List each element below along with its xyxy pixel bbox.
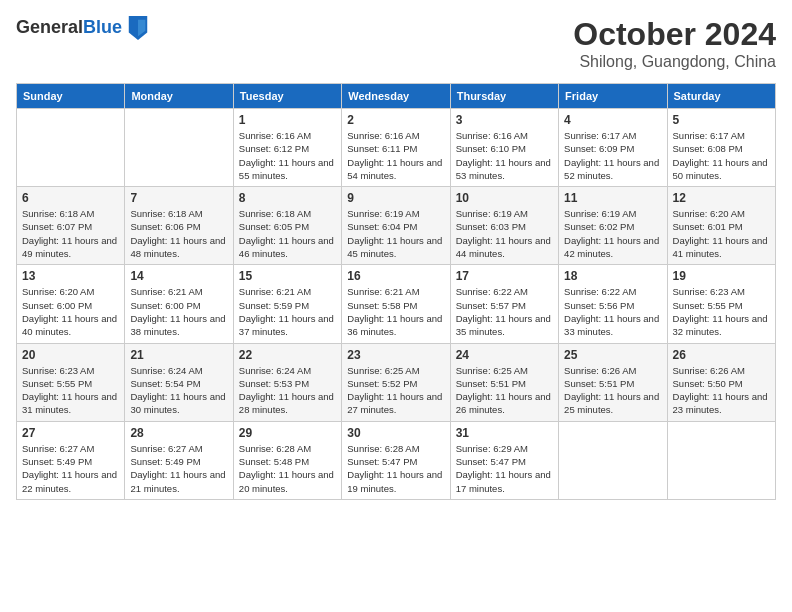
day-number: 26 (673, 348, 770, 362)
calendar-header-row: SundayMondayTuesdayWednesdayThursdayFrid… (17, 84, 776, 109)
page-header: GeneralBlue October 2024 Shilong, Guangd… (16, 16, 776, 71)
day-number: 9 (347, 191, 444, 205)
day-info: Sunrise: 6:19 AMSunset: 6:03 PMDaylight:… (456, 207, 553, 260)
calendar-cell: 10Sunrise: 6:19 AMSunset: 6:03 PMDayligh… (450, 187, 558, 265)
calendar-cell: 18Sunrise: 6:22 AMSunset: 5:56 PMDayligh… (559, 265, 667, 343)
calendar-cell: 26Sunrise: 6:26 AMSunset: 5:50 PMDayligh… (667, 343, 775, 421)
day-number: 29 (239, 426, 336, 440)
calendar-cell: 21Sunrise: 6:24 AMSunset: 5:54 PMDayligh… (125, 343, 233, 421)
calendar-cell (125, 109, 233, 187)
day-info: Sunrise: 6:18 AMSunset: 6:05 PMDaylight:… (239, 207, 336, 260)
column-header-thursday: Thursday (450, 84, 558, 109)
calendar-cell: 12Sunrise: 6:20 AMSunset: 6:01 PMDayligh… (667, 187, 775, 265)
day-number: 12 (673, 191, 770, 205)
day-info: Sunrise: 6:17 AMSunset: 6:09 PMDaylight:… (564, 129, 661, 182)
calendar-cell: 25Sunrise: 6:26 AMSunset: 5:51 PMDayligh… (559, 343, 667, 421)
day-number: 21 (130, 348, 227, 362)
day-info: Sunrise: 6:23 AMSunset: 5:55 PMDaylight:… (22, 364, 119, 417)
logo-icon (128, 16, 148, 40)
day-info: Sunrise: 6:24 AMSunset: 5:53 PMDaylight:… (239, 364, 336, 417)
day-info: Sunrise: 6:23 AMSunset: 5:55 PMDaylight:… (673, 285, 770, 338)
calendar-cell (559, 421, 667, 499)
day-info: Sunrise: 6:16 AMSunset: 6:11 PMDaylight:… (347, 129, 444, 182)
day-info: Sunrise: 6:20 AMSunset: 6:01 PMDaylight:… (673, 207, 770, 260)
day-number: 7 (130, 191, 227, 205)
day-number: 8 (239, 191, 336, 205)
calendar-cell: 29Sunrise: 6:28 AMSunset: 5:48 PMDayligh… (233, 421, 341, 499)
calendar-cell: 16Sunrise: 6:21 AMSunset: 5:58 PMDayligh… (342, 265, 450, 343)
day-number: 22 (239, 348, 336, 362)
day-number: 23 (347, 348, 444, 362)
day-info: Sunrise: 6:21 AMSunset: 5:59 PMDaylight:… (239, 285, 336, 338)
day-info: Sunrise: 6:27 AMSunset: 5:49 PMDaylight:… (130, 442, 227, 495)
calendar-cell: 24Sunrise: 6:25 AMSunset: 5:51 PMDayligh… (450, 343, 558, 421)
day-info: Sunrise: 6:25 AMSunset: 5:52 PMDaylight:… (347, 364, 444, 417)
month-title: October 2024 (573, 16, 776, 53)
calendar-cell: 9Sunrise: 6:19 AMSunset: 6:04 PMDaylight… (342, 187, 450, 265)
day-number: 31 (456, 426, 553, 440)
calendar-cell (667, 421, 775, 499)
calendar-week-1: 1Sunrise: 6:16 AMSunset: 6:12 PMDaylight… (17, 109, 776, 187)
logo-general: GeneralBlue (16, 18, 122, 38)
day-number: 14 (130, 269, 227, 283)
day-info: Sunrise: 6:18 AMSunset: 6:06 PMDaylight:… (130, 207, 227, 260)
column-header-sunday: Sunday (17, 84, 125, 109)
calendar-cell: 5Sunrise: 6:17 AMSunset: 6:08 PMDaylight… (667, 109, 775, 187)
calendar-cell: 17Sunrise: 6:22 AMSunset: 5:57 PMDayligh… (450, 265, 558, 343)
calendar-cell: 11Sunrise: 6:19 AMSunset: 6:02 PMDayligh… (559, 187, 667, 265)
calendar-week-5: 27Sunrise: 6:27 AMSunset: 5:49 PMDayligh… (17, 421, 776, 499)
day-info: Sunrise: 6:22 AMSunset: 5:56 PMDaylight:… (564, 285, 661, 338)
day-number: 2 (347, 113, 444, 127)
calendar-cell: 13Sunrise: 6:20 AMSunset: 6:00 PMDayligh… (17, 265, 125, 343)
day-number: 3 (456, 113, 553, 127)
day-number: 11 (564, 191, 661, 205)
day-info: Sunrise: 6:19 AMSunset: 6:04 PMDaylight:… (347, 207, 444, 260)
calendar-cell: 31Sunrise: 6:29 AMSunset: 5:47 PMDayligh… (450, 421, 558, 499)
day-info: Sunrise: 6:25 AMSunset: 5:51 PMDaylight:… (456, 364, 553, 417)
calendar-cell: 4Sunrise: 6:17 AMSunset: 6:09 PMDaylight… (559, 109, 667, 187)
day-info: Sunrise: 6:16 AMSunset: 6:12 PMDaylight:… (239, 129, 336, 182)
calendar-cell: 8Sunrise: 6:18 AMSunset: 6:05 PMDaylight… (233, 187, 341, 265)
day-info: Sunrise: 6:19 AMSunset: 6:02 PMDaylight:… (564, 207, 661, 260)
day-info: Sunrise: 6:26 AMSunset: 5:50 PMDaylight:… (673, 364, 770, 417)
column-header-wednesday: Wednesday (342, 84, 450, 109)
day-number: 19 (673, 269, 770, 283)
day-number: 28 (130, 426, 227, 440)
calendar-cell: 3Sunrise: 6:16 AMSunset: 6:10 PMDaylight… (450, 109, 558, 187)
column-header-saturday: Saturday (667, 84, 775, 109)
day-number: 15 (239, 269, 336, 283)
day-info: Sunrise: 6:20 AMSunset: 6:00 PMDaylight:… (22, 285, 119, 338)
calendar-table: SundayMondayTuesdayWednesdayThursdayFrid… (16, 83, 776, 500)
calendar-cell: 20Sunrise: 6:23 AMSunset: 5:55 PMDayligh… (17, 343, 125, 421)
day-number: 13 (22, 269, 119, 283)
logo: GeneralBlue (16, 16, 148, 40)
day-info: Sunrise: 6:21 AMSunset: 6:00 PMDaylight:… (130, 285, 227, 338)
day-number: 18 (564, 269, 661, 283)
day-number: 4 (564, 113, 661, 127)
day-info: Sunrise: 6:26 AMSunset: 5:51 PMDaylight:… (564, 364, 661, 417)
calendar-cell: 14Sunrise: 6:21 AMSunset: 6:00 PMDayligh… (125, 265, 233, 343)
day-number: 25 (564, 348, 661, 362)
calendar-cell: 6Sunrise: 6:18 AMSunset: 6:07 PMDaylight… (17, 187, 125, 265)
calendar-cell: 7Sunrise: 6:18 AMSunset: 6:06 PMDaylight… (125, 187, 233, 265)
calendar-week-2: 6Sunrise: 6:18 AMSunset: 6:07 PMDaylight… (17, 187, 776, 265)
day-info: Sunrise: 6:21 AMSunset: 5:58 PMDaylight:… (347, 285, 444, 338)
day-info: Sunrise: 6:24 AMSunset: 5:54 PMDaylight:… (130, 364, 227, 417)
calendar-cell: 28Sunrise: 6:27 AMSunset: 5:49 PMDayligh… (125, 421, 233, 499)
day-info: Sunrise: 6:27 AMSunset: 5:49 PMDaylight:… (22, 442, 119, 495)
day-info: Sunrise: 6:28 AMSunset: 5:48 PMDaylight:… (239, 442, 336, 495)
day-number: 20 (22, 348, 119, 362)
calendar-cell: 1Sunrise: 6:16 AMSunset: 6:12 PMDaylight… (233, 109, 341, 187)
calendar-week-3: 13Sunrise: 6:20 AMSunset: 6:00 PMDayligh… (17, 265, 776, 343)
calendar-cell: 19Sunrise: 6:23 AMSunset: 5:55 PMDayligh… (667, 265, 775, 343)
calendar-cell: 27Sunrise: 6:27 AMSunset: 5:49 PMDayligh… (17, 421, 125, 499)
calendar-cell: 15Sunrise: 6:21 AMSunset: 5:59 PMDayligh… (233, 265, 341, 343)
day-info: Sunrise: 6:18 AMSunset: 6:07 PMDaylight:… (22, 207, 119, 260)
day-number: 10 (456, 191, 553, 205)
day-info: Sunrise: 6:16 AMSunset: 6:10 PMDaylight:… (456, 129, 553, 182)
calendar-cell: 30Sunrise: 6:28 AMSunset: 5:47 PMDayligh… (342, 421, 450, 499)
day-number: 6 (22, 191, 119, 205)
title-block: October 2024 Shilong, Guangdong, China (573, 16, 776, 71)
day-number: 5 (673, 113, 770, 127)
day-info: Sunrise: 6:28 AMSunset: 5:47 PMDaylight:… (347, 442, 444, 495)
